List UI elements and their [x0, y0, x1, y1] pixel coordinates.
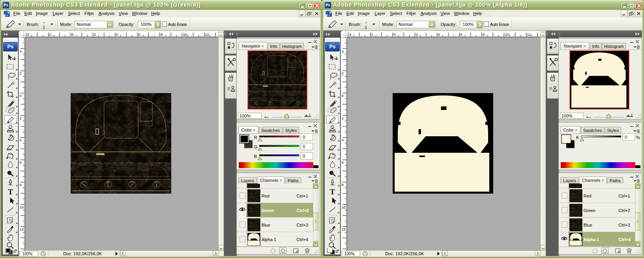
svg-text:6: 6	[20, 161, 22, 165]
svg-text:4: 4	[116, 33, 118, 37]
svg-text:8: 8	[161, 33, 163, 37]
svg-text:2: 2	[94, 33, 96, 37]
svg-text:4: 4	[342, 49, 344, 53]
svg-text:6: 6	[460, 33, 462, 37]
svg-text:T: T	[330, 188, 335, 196]
svg-text:0: 0	[20, 94, 22, 98]
svg-text:2: 2	[416, 33, 418, 37]
svg-text:12: 12	[527, 33, 531, 37]
svg-text:4: 4	[349, 33, 351, 37]
svg-text:6: 6	[138, 33, 140, 37]
svg-text:4: 4	[27, 33, 29, 37]
svg-text:12: 12	[205, 33, 209, 37]
svg-text:0: 0	[342, 94, 344, 98]
svg-text:T: T	[8, 188, 13, 196]
svg-text:8: 8	[20, 183, 22, 187]
svg-text:10: 10	[20, 205, 24, 209]
svg-text:0: 0	[71, 33, 73, 37]
svg-text:2: 2	[342, 116, 344, 120]
svg-text:s: s	[7, 14, 8, 16]
svg-text:2: 2	[371, 33, 373, 37]
svg-text:12: 12	[342, 227, 346, 231]
svg-text:4: 4	[20, 49, 22, 53]
svg-text:10: 10	[342, 205, 346, 209]
svg-text:2: 2	[342, 71, 344, 75]
svg-text:4: 4	[20, 138, 22, 142]
svg-text:6: 6	[342, 161, 344, 165]
svg-text:2: 2	[49, 33, 51, 37]
svg-text:2: 2	[20, 71, 22, 75]
svg-text:8: 8	[483, 33, 485, 37]
svg-text:10: 10	[505, 33, 509, 37]
svg-text:0: 0	[393, 33, 395, 37]
svg-text:2: 2	[20, 116, 22, 120]
svg-text:s: s	[329, 14, 330, 16]
svg-text:4: 4	[438, 33, 440, 37]
svg-text:10: 10	[183, 33, 187, 37]
svg-text:8: 8	[342, 183, 344, 187]
svg-text:4: 4	[342, 138, 344, 142]
svg-text:12: 12	[20, 227, 24, 231]
